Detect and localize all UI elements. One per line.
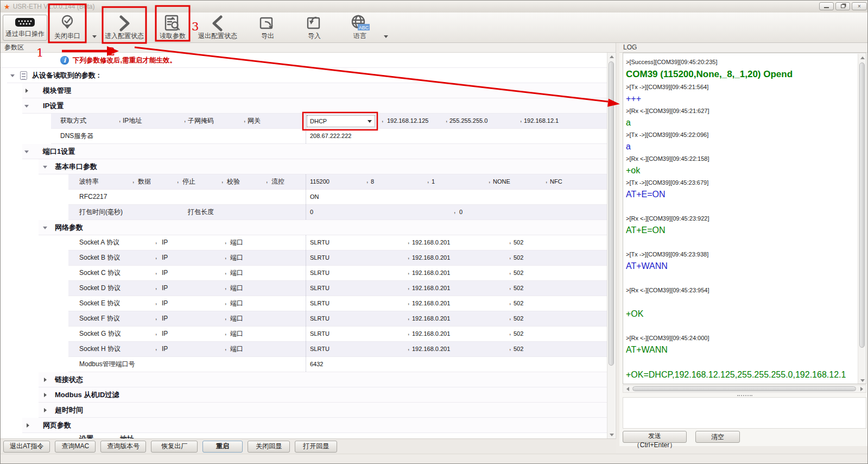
- echo-off-button[interactable]: 关闭回显: [248, 441, 290, 453]
- tree-root-label: 从设备读取到的参数 :: [32, 68, 100, 83]
- log-line: a: [626, 116, 856, 129]
- scroll-down-arrow[interactable]: [859, 377, 866, 384]
- collapse-icon[interactable]: [24, 105, 29, 108]
- socket-ip-label: IP: [162, 311, 168, 326]
- ip-mask-label: 子网掩码: [188, 114, 214, 128]
- tree-root-row[interactable]: 从设备读取到的参数 :: [7, 68, 607, 83]
- log-line: >[Tx ->][COM39][09:45:22:096]: [626, 129, 856, 140]
- socket-port-label: 端口: [230, 235, 243, 250]
- pack-len-value: 0: [459, 205, 462, 220]
- language-dropdown-caret[interactable]: [384, 35, 388, 38]
- collapse-icon[interactable]: [43, 166, 47, 168]
- scroll-up-arrow[interactable]: [859, 54, 866, 61]
- import-icon: [305, 15, 324, 32]
- close-port-button[interactable]: 关闭串口: [50, 15, 85, 41]
- log-line: +++: [626, 92, 856, 105]
- section-module-mgmt[interactable]: 模块管理: [22, 83, 607, 98]
- section-port1[interactable]: 端口1设置: [22, 144, 607, 159]
- section-timeout[interactable]: 超时时间: [39, 403, 607, 418]
- socket-protocol: SLRTU: [310, 235, 330, 250]
- section-web-params[interactable]: 网页参数: [22, 418, 607, 433]
- socket-ip: 192.168.0.201: [412, 235, 450, 250]
- enter-config-button[interactable]: 进入配置状态: [103, 15, 146, 41]
- collapse-icon[interactable]: [24, 151, 29, 153]
- expand-icon[interactable]: [26, 89, 28, 93]
- close-port-label: 关闭串口: [54, 32, 80, 41]
- ip-gateway-value: 192.168.12.1: [524, 114, 559, 128]
- scroll-thumb[interactable]: [859, 62, 865, 348]
- rfc2217-value: ON: [310, 190, 319, 204]
- enter-config-label: 进入配置状态: [105, 32, 144, 41]
- clear-button[interactable]: 清空: [695, 431, 740, 443]
- ip-gateway-label: 网关: [248, 114, 261, 128]
- socket-port: 502: [514, 311, 523, 326]
- section-network-params[interactable]: 网络参数: [39, 220, 607, 235]
- expand-icon[interactable]: [27, 423, 29, 428]
- language-button[interactable]: ABC 语言: [341, 15, 379, 41]
- restore-button[interactable]: [835, 2, 850, 10]
- send-input[interactable]: [623, 397, 866, 429]
- section-link-status[interactable]: 链接状态: [39, 372, 607, 387]
- restart-button[interactable]: 重启: [202, 441, 243, 453]
- socket-port: 502: [514, 250, 523, 265]
- stop-bits-value: 1: [432, 174, 435, 189]
- section-modbus-filter[interactable]: Modbus 从机ID过滤: [39, 387, 607, 403]
- ip-method-dropdown[interactable]: DHCP: [307, 115, 375, 127]
- read-params-button[interactable]: 读取参数: [155, 15, 191, 41]
- scroll-left-arrow[interactable]: [624, 385, 631, 392]
- exit-config-button[interactable]: 退出配置状态: [194, 15, 242, 41]
- log-vertical-scrollbar[interactable]: [858, 54, 865, 384]
- scroll-right-arrow[interactable]: [858, 385, 865, 392]
- section-ip-settings[interactable]: IP设置: [22, 98, 607, 114]
- close-port-dropdown-caret[interactable]: [92, 35, 97, 38]
- params-vertical-scrollbar[interactable]: [607, 53, 615, 438]
- socket-port: 502: [514, 327, 523, 341]
- import-button[interactable]: 导入: [295, 15, 333, 41]
- close-button[interactable]: ×: [852, 2, 867, 10]
- log-line: COM39 (115200,None,_8,_1,20) Opend: [626, 67, 856, 81]
- log-line: >[Success][COM39][09:45:20:235]: [626, 57, 856, 67]
- log-line: >[Rx <-][COM39][09:45:23:954]: [626, 285, 856, 296]
- collapse-icon[interactable]: [10, 74, 15, 77]
- socket-port-label: 端口: [230, 296, 243, 311]
- echo-on-button[interactable]: 打开回显: [295, 441, 337, 453]
- params-tree: i 下列参数修改后,需重启才能生效。 从设备读取到的参数 : 模块管理 IP设置…: [1, 53, 607, 438]
- svg-text:ABC: ABC: [359, 25, 369, 30]
- title-bar[interactable]: ★ USR-ETH V1.0.0.144 (Beta) ×: [1, 1, 867, 12]
- export-label: 导出: [261, 32, 274, 41]
- exit-at-button[interactable]: 退出AT指令: [3, 441, 50, 453]
- socket-protocol: SLRTU: [310, 281, 330, 296]
- log-output[interactable]: >[Success][COM39][09:45:20:235]COM39 (11…: [623, 53, 866, 384]
- socket-port-label: 端口: [230, 311, 243, 326]
- socket-ip: 192.168.0.201: [412, 250, 450, 265]
- scroll-thumb[interactable]: [609, 61, 614, 366]
- ip-method-value: DHCP: [310, 118, 327, 124]
- splitter-handle[interactable]: [623, 394, 866, 397]
- factory-reset-button[interactable]: 恢复出厂: [151, 441, 198, 453]
- expand-icon[interactable]: [44, 408, 47, 412]
- import-label: 导入: [308, 32, 321, 41]
- socket-ip: 192.168.0.201: [412, 266, 450, 280]
- collapse-icon[interactable]: [43, 227, 47, 229]
- log-line: +ok: [626, 164, 856, 177]
- serial-operate-tab[interactable]: 通过串口操作: [3, 15, 47, 41]
- info-icon: i: [60, 56, 69, 65]
- section-basic-serial[interactable]: 基本串口参数: [39, 159, 607, 174]
- socket-name: Socket D 协议: [79, 281, 121, 296]
- log-line: +OK=DHCP,192.168.12.125,255.255.255.0,19…: [626, 368, 856, 381]
- export-button[interactable]: 导出: [249, 15, 287, 41]
- expand-icon[interactable]: [44, 378, 47, 382]
- scroll-down-arrow[interactable]: [608, 431, 615, 438]
- scroll-up-arrow[interactable]: [608, 53, 615, 60]
- minimize-button[interactable]: [819, 2, 834, 10]
- globe-abc-icon: ABC: [349, 14, 371, 32]
- log-line: +OK: [626, 308, 856, 321]
- expand-icon[interactable]: [44, 393, 47, 397]
- modbus-port-label: Modbus管理端口号: [79, 357, 135, 372]
- send-button[interactable]: 发送（Ctrl+Enter）: [623, 431, 687, 443]
- query-mac-button[interactable]: 查询MAC: [55, 441, 96, 453]
- log-horizontal-scrollbar[interactable]: [623, 385, 866, 393]
- query-version-button[interactable]: 查询版本号: [100, 441, 146, 453]
- scroll-thumb[interactable]: [632, 386, 856, 391]
- window-title: USR-ETH V1.0.0.144 (Beta): [13, 3, 95, 10]
